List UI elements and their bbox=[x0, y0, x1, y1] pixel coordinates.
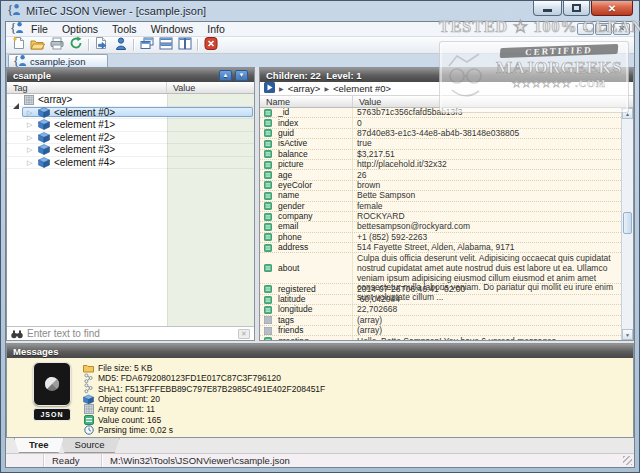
new-file-button[interactable] bbox=[9, 37, 28, 53]
value-icon bbox=[264, 119, 272, 127]
breadcrumb-item[interactable]: <array> bbox=[288, 83, 321, 94]
property-row[interactable]: phone+1 (852) 592-2263 bbox=[260, 233, 621, 243]
property-value: 26 bbox=[353, 171, 621, 180]
find-input[interactable] bbox=[27, 328, 234, 339]
property-row[interactable]: genderfemale bbox=[260, 202, 621, 212]
title-bar: { MiTeC JSON Viewer - [csample.json] ✕ bbox=[1, 1, 639, 21]
menu-tools[interactable]: Tools bbox=[105, 23, 144, 35]
property-row[interactable]: friends(array) bbox=[260, 326, 621, 336]
collapsed-arrow-icon[interactable]: ▷ bbox=[27, 145, 36, 154]
property-row[interactable]: aboutCulpa duis officia deserunt velit. … bbox=[260, 253, 621, 284]
export-button[interactable] bbox=[92, 37, 111, 53]
menu-windows[interactable]: Windows bbox=[144, 23, 201, 35]
property-value: 87d40e83-e1c3-44e8-ab4b-38148e038805 bbox=[353, 129, 621, 138]
property-row[interactable]: index0 bbox=[260, 118, 621, 128]
user-info-button[interactable] bbox=[111, 37, 130, 53]
collapsed-arrow-icon[interactable]: ▷ bbox=[27, 120, 36, 129]
breadcrumb-item[interactable]: <element #0> bbox=[333, 83, 391, 94]
property-row[interactable]: age26 bbox=[260, 170, 621, 180]
cascade-windows-button[interactable] bbox=[137, 37, 156, 53]
property-row[interactable]: _id5763b71c356cfafd5bab13f3 bbox=[260, 108, 621, 118]
property-name: company bbox=[278, 212, 313, 221]
property-value: -60,042044 bbox=[353, 295, 621, 304]
value-icon bbox=[264, 202, 272, 210]
status-cell-empty bbox=[6, 454, 44, 467]
export-icon bbox=[95, 36, 108, 54]
close-document-button[interactable] bbox=[201, 37, 220, 53]
column-header-tag[interactable]: Tag bbox=[7, 82, 167, 93]
property-row[interactable]: latitude-60,042044 bbox=[260, 295, 621, 305]
message-text: Object count: 20 bbox=[98, 394, 160, 404]
tree-item-label: <element #0> bbox=[54, 107, 115, 118]
scroll-thumb[interactable] bbox=[623, 212, 632, 234]
property-value: +1 (852) 592-2263 bbox=[353, 233, 621, 242]
column-header-value[interactable]: Value bbox=[167, 82, 195, 93]
property-row[interactable]: longitude22,702668 bbox=[260, 305, 621, 315]
expand-all-button[interactable]: ▼ bbox=[235, 70, 248, 81]
vertical-scrollbar[interactable]: ▲ ▼ bbox=[621, 108, 633, 340]
print-button[interactable] bbox=[47, 37, 66, 53]
scroll-up-button[interactable]: ▲ bbox=[622, 108, 633, 119]
child-close-button[interactable]: ✕ bbox=[613, 23, 630, 35]
tree-item[interactable]: ▷<element #1> bbox=[7, 119, 254, 132]
property-row[interactable]: address514 Fayette Street, Alden, Alabam… bbox=[260, 243, 621, 253]
column-header-name[interactable]: Name bbox=[260, 96, 353, 107]
expanded-arrow-icon[interactable] bbox=[13, 95, 22, 104]
tile-horizontal-icon bbox=[159, 36, 173, 54]
value-icon bbox=[264, 296, 272, 304]
property-row[interactable]: picturehttp://placehold.it/32x32 bbox=[260, 160, 621, 170]
cascade-windows-icon bbox=[140, 36, 154, 54]
collapsed-arrow-icon[interactable]: ▷ bbox=[27, 133, 36, 142]
clear-find-button[interactable]: ✕ bbox=[238, 329, 250, 339]
child-restore-button[interactable]: ❐ bbox=[595, 23, 612, 35]
refresh-button[interactable] bbox=[66, 37, 85, 53]
value-icon bbox=[264, 285, 272, 293]
print-icon bbox=[50, 36, 64, 54]
tree-item-root[interactable]: <array> bbox=[7, 94, 254, 107]
json-logo-donut bbox=[45, 377, 59, 391]
scroll-down-button[interactable]: ▼ bbox=[622, 329, 633, 340]
close-button[interactable]: ✕ bbox=[591, 1, 633, 16]
menu-options[interactable]: Options bbox=[55, 23, 105, 35]
collapse-all-button[interactable]: ▲ bbox=[219, 70, 232, 81]
menu-file[interactable]: File bbox=[24, 23, 55, 35]
property-row[interactable]: isActivetrue bbox=[260, 139, 621, 149]
tree-item-label: <element #2> bbox=[54, 132, 115, 143]
new-file-icon bbox=[12, 36, 25, 54]
tile-vertical-button[interactable] bbox=[175, 37, 194, 53]
main-split: csample ▲ ▼ Tag Value <array>▷<element #… bbox=[6, 67, 634, 341]
tree-panel: csample ▲ ▼ Tag Value <array>▷<element #… bbox=[6, 67, 255, 341]
collapsed-arrow-icon[interactable]: ▷ bbox=[27, 108, 36, 117]
property-row[interactable]: guid87d40e83-e1c3-44e8-ab4b-38148e038805 bbox=[260, 129, 621, 139]
property-row[interactable]: greetingHello, Bette Sampson! You have 6… bbox=[260, 336, 621, 340]
property-row[interactable]: registered2014-07-26T06:46:41 -02:00 bbox=[260, 284, 621, 294]
maximize-button[interactable] bbox=[563, 1, 590, 16]
property-row[interactable]: eyeColorbrown bbox=[260, 181, 621, 191]
minimize-button[interactable] bbox=[533, 1, 562, 16]
child-minimize-button[interactable]: – bbox=[577, 23, 594, 35]
property-row[interactable]: companyROCKYARD bbox=[260, 212, 621, 222]
tree-item[interactable]: ▷<element #4> bbox=[7, 157, 254, 170]
value-icon bbox=[264, 150, 272, 158]
message-text: Parsing time: 0,02 s bbox=[98, 425, 173, 435]
tree-column-headers: Tag Value bbox=[7, 82, 254, 94]
property-row[interactable]: nameBette Sampson bbox=[260, 191, 621, 201]
object-icon bbox=[38, 119, 50, 130]
open-file-button[interactable] bbox=[28, 37, 47, 53]
property-row[interactable]: tags(array) bbox=[260, 316, 621, 326]
property-row[interactable]: balance$3,217.51 bbox=[260, 150, 621, 160]
collapsed-arrow-icon[interactable]: ▷ bbox=[27, 158, 36, 167]
tree-item[interactable]: ▷<element #3> bbox=[7, 144, 254, 157]
tree-item[interactable]: ▷<element #0> bbox=[7, 107, 254, 120]
tab-source[interactable]: Source bbox=[60, 438, 120, 453]
property-row[interactable]: emailbettesampson@rockyard.com bbox=[260, 222, 621, 232]
value-icon bbox=[264, 181, 272, 189]
tile-horizontal-button[interactable] bbox=[156, 37, 175, 53]
tree-item[interactable]: ▷<element #2> bbox=[7, 132, 254, 145]
property-name: gender bbox=[278, 202, 304, 211]
column-header-value[interactable]: Value bbox=[353, 96, 381, 107]
left-tree: <array>▷<element #0>▷<element #1>▷<eleme… bbox=[7, 94, 254, 326]
tab-tree[interactable]: Tree bbox=[14, 438, 64, 453]
document-tab[interactable]: { csample.json bbox=[8, 54, 108, 67]
menu-info[interactable]: Info bbox=[200, 23, 232, 35]
